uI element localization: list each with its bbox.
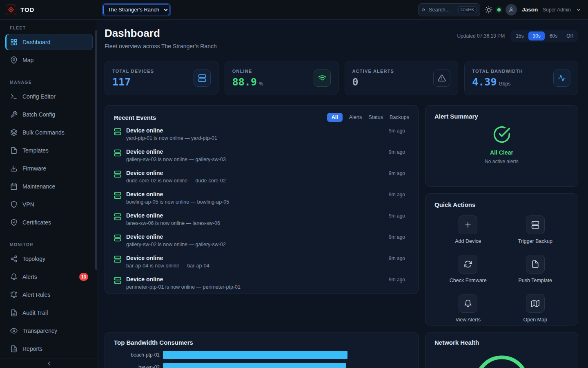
quick-action-icon — [531, 260, 539, 268]
stat-icon — [438, 74, 446, 82]
sidebar-item[interactable]: Map — [5, 52, 93, 68]
sidebar-item[interactable]: Templates — [5, 142, 93, 159]
quick-action-button[interactable] — [459, 255, 477, 274]
events-filter-tab[interactable]: Backups — [390, 114, 409, 120]
stat-value: 117 — [112, 76, 131, 88]
events-filter-tabs: All Alerts Status Backups — [327, 113, 409, 122]
event-row[interactable]: Device online lanes-sw-06 is now online … — [114, 209, 405, 230]
theme-toggle-icon[interactable] — [485, 6, 492, 13]
event-row[interactable]: Device online dude-core-02 is now online… — [114, 166, 405, 187]
search-input[interactable] — [429, 7, 455, 13]
sidebar-item[interactable]: Transparency — [5, 323, 93, 339]
quick-action[interactable]: Trigger Backup — [502, 215, 569, 244]
quick-action[interactable]: Add Device — [434, 215, 502, 244]
sidebar-item-label: Bulk Commands — [22, 129, 65, 136]
event-list[interactable]: Device online yard-ptp-01 is now online … — [114, 123, 409, 290]
search-box[interactable]: Cmd+K — [418, 3, 480, 16]
app-logo-icon — [6, 4, 16, 15]
event-detail: dude-core-02 is now online — dude-core-0… — [126, 178, 226, 184]
sidebar: FLEET Dashboard Map MANAGE — [0, 20, 98, 368]
sidebar-item[interactable]: Maintenance — [5, 178, 93, 195]
quick-action-label: View Alerts — [455, 317, 481, 323]
sidebar-item[interactable]: Alerts 13 — [5, 269, 93, 285]
sidebar-item-label: Dashboard — [22, 39, 51, 45]
refresh-interval-group: 15s 30s 60s Off — [510, 30, 578, 42]
sidebar-scrollbar-thumb[interactable] — [95, 30, 97, 270]
sidebar-item[interactable]: Bulk Commands — [5, 124, 93, 141]
event-row[interactable]: Device online bowling-ap-05 is now onlin… — [114, 187, 405, 209]
event-time: 9m ago — [389, 233, 405, 240]
event-row[interactable]: Device online perimeter-ptp-01 is now on… — [114, 272, 405, 290]
sidebar-item[interactable]: Batch Config — [5, 106, 93, 123]
sidebar-section-label-monitor: MONITOR — [10, 242, 93, 247]
sidebar-item[interactable]: Certificates — [5, 214, 93, 231]
topbar-right: Cmd+K Jason Super Admin — [418, 3, 588, 16]
search-icon — [422, 7, 425, 13]
sidebar-item[interactable]: Alert Rules — [5, 287, 93, 303]
recent-events-title: Recent Events — [114, 114, 156, 121]
sidebar-item-icon — [10, 165, 18, 172]
page-header: Dashboard Fleet overview across The Stra… — [105, 27, 578, 49]
all-clear-check-icon — [493, 126, 511, 144]
quick-actions-title: Quick Actions — [434, 201, 569, 208]
sidebar-item-icon — [10, 309, 18, 316]
event-row[interactable]: Device online yard-ptp-01 is now online … — [114, 123, 405, 145]
sidebar-item-label: Templates — [22, 147, 49, 154]
quick-action[interactable]: View Alerts — [434, 294, 502, 323]
event-time: 9m ago — [389, 148, 405, 155]
event-title: Device online — [126, 148, 226, 155]
sidebar-item-icon — [10, 111, 18, 118]
event-row[interactable]: Device online gallery-sw-03 is now onlin… — [114, 145, 405, 166]
refresh-interval-button[interactable]: Off — [562, 31, 577, 40]
network-health-card: Network Health — [425, 332, 578, 368]
sidebar-item-icon — [10, 219, 18, 226]
sidebar-item[interactable]: Reports — [5, 341, 93, 357]
sidebar-item[interactable]: Audit Trail — [5, 305, 93, 321]
avatar[interactable] — [506, 4, 517, 16]
events-filter-tab[interactable]: Status — [369, 114, 383, 120]
quick-action-button[interactable] — [526, 215, 545, 234]
user-menu-chevron-icon[interactable] — [576, 7, 581, 13]
stat-value: 88.9 — [232, 76, 257, 88]
device-icon — [114, 256, 121, 263]
stat-card: TOTAL DEVICES 117 — [105, 61, 218, 95]
quick-action-button[interactable] — [526, 294, 545, 313]
sidebar-collapse-button[interactable] — [0, 359, 98, 368]
refresh-interval-button[interactable]: 15s — [512, 31, 528, 40]
site-selector[interactable]: The Stranger's Ranch — [103, 4, 169, 15]
bandwidth-bar-row: beach-ptp-01 — [114, 351, 409, 359]
event-row[interactable]: Device online gallery-sw-02 is now onlin… — [114, 230, 405, 251]
sidebar-item[interactable]: Config Editor — [5, 88, 93, 105]
sidebar-item[interactable]: Firmware — [5, 160, 93, 177]
device-icon — [114, 149, 121, 157]
stat-icon — [558, 74, 566, 82]
brand: TOD — [0, 4, 98, 15]
quick-action-button[interactable] — [459, 294, 477, 313]
event-time: 9m ago — [389, 170, 405, 176]
alert-summary-card: Alert Summary All Clear No active alerts — [425, 105, 578, 187]
quick-action-button[interactable] — [459, 215, 477, 234]
quick-action[interactable]: Open Map — [502, 294, 569, 323]
sidebar-item[interactable]: VPN — [5, 196, 93, 213]
event-title: Device online — [126, 212, 220, 219]
refresh-interval-button[interactable]: 30s — [528, 31, 544, 40]
bandwidth-bar-label: bar-ap-02 — [114, 364, 160, 368]
sidebar-item[interactable]: Dashboard — [5, 34, 93, 50]
alert-summary-status: All Clear — [434, 149, 569, 156]
sidebar-item[interactable]: Topology — [5, 251, 93, 267]
bandwidth-bar-list: beach-ptp-01 bar-ap-02 — [114, 351, 409, 368]
events-filter-tab[interactable]: Alerts — [349, 114, 362, 120]
refresh-interval-button[interactable]: 60s — [546, 31, 561, 40]
sidebar-item-label: VPN — [22, 201, 34, 208]
sidebar-item-label: Transparency — [22, 328, 57, 334]
sidebar-item-icon — [10, 56, 18, 64]
stat-value: 4.39 — [472, 76, 497, 88]
events-filter-tab[interactable]: All — [327, 113, 343, 122]
quick-action[interactable]: Push Template — [502, 255, 569, 283]
quick-action[interactable]: Check Firmware — [434, 255, 502, 283]
topbar: TOD The Stranger's Ranch Cmd+K Jason Sup… — [0, 0, 588, 20]
user-role: Super Admin — [543, 7, 571, 13]
event-row[interactable]: Device online bar-ap-04 is now online — … — [114, 251, 405, 272]
quick-action-button[interactable] — [526, 255, 545, 274]
stat-icon-tile — [433, 70, 450, 87]
